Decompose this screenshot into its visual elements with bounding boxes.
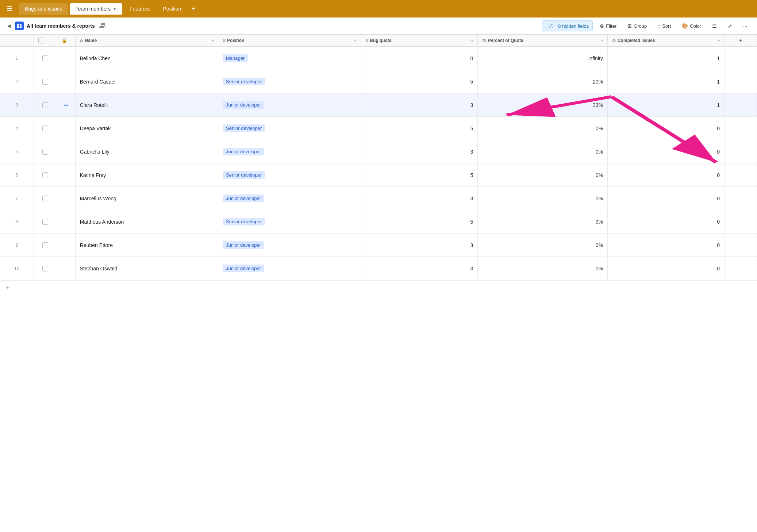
group-label: Group [634, 23, 647, 29]
hidden-fields-button[interactable]: 〈/〉 8 hidden fields [542, 20, 593, 31]
cell-position: Junior developer [218, 187, 361, 210]
cell-expand[interactable] [57, 234, 75, 257]
col-header-rownum [0, 35, 34, 47]
cell-rownum: 1 [0, 47, 34, 70]
col-header-lock: 🔒 [57, 35, 75, 47]
row-checkbox[interactable] [42, 219, 48, 225]
row-checkbox[interactable] [42, 126, 48, 131]
cell-quota: 3 [361, 257, 478, 280]
add-row-button[interactable]: + [0, 280, 757, 296]
cell-add [725, 187, 757, 210]
cell-quota: 3 [361, 234, 478, 257]
row-height-icon: ☰ [712, 23, 717, 29]
hamburger-icon[interactable]: ☰ [4, 3, 15, 15]
table-row: 7 Marcellus Wong Junior developer 3 0% 0 [0, 187, 757, 210]
cell-percent: 0% [478, 117, 608, 140]
position-badge: Junior developer [223, 241, 264, 249]
cell-expand[interactable] [57, 187, 75, 210]
cell-checkbox[interactable] [34, 70, 57, 93]
cell-checkbox[interactable] [34, 163, 57, 187]
filter-button[interactable]: ⊜ Filter [596, 21, 620, 31]
nav-tab-position[interactable]: Position [157, 3, 187, 15]
cell-position: Junior developer [218, 234, 361, 257]
col-header-checkbox[interactable] [34, 35, 57, 47]
cell-expand[interactable] [57, 117, 75, 140]
table-wrapper: 🔒 A Name ▾ ≡ Position ▾ [0, 35, 757, 296]
cell-checkbox[interactable] [34, 257, 57, 280]
cell-expand[interactable] [57, 210, 75, 234]
row-checkbox[interactable] [42, 196, 48, 201]
row-checkbox[interactable] [42, 266, 48, 271]
cell-checkbox[interactable] [34, 187, 57, 210]
cell-completed: 0 [607, 234, 724, 257]
cell-rownum: 5 [0, 140, 34, 163]
cell-checkbox[interactable] [34, 234, 57, 257]
cell-add [725, 257, 757, 280]
col-header-percent[interactable]: fx Percent of Quota ▾ [478, 35, 608, 47]
col-header-completed[interactable]: ⊙ Completed issues ▾ [607, 35, 724, 47]
team-tab-dropdown-icon: ▼ [113, 7, 116, 11]
cell-quota: 5 [361, 163, 478, 187]
cell-name: Marcellus Wong [75, 187, 218, 210]
position-col-sort-icon: ▾ [354, 39, 356, 43]
cell-name: Katina Frey [75, 163, 218, 187]
group-button[interactable]: ⊞ Group [623, 21, 651, 31]
cell-checkbox[interactable] [34, 93, 57, 117]
cell-checkbox[interactable] [34, 140, 57, 163]
cell-name: Deepa Vartak [75, 117, 218, 140]
cell-percent: 0% [478, 140, 608, 163]
cell-expand[interactable]: ⇔ [57, 93, 75, 117]
color-button[interactable]: 🎨 Color [678, 21, 705, 31]
row-checkbox[interactable] [42, 149, 48, 155]
cell-rownum: 7 [0, 187, 34, 210]
cell-expand[interactable] [57, 257, 75, 280]
cell-expand[interactable] [57, 47, 75, 70]
expand-icon[interactable]: ⇔ [64, 102, 68, 108]
nav-tab-team[interactable]: Team members ▼ [70, 3, 122, 15]
cell-expand[interactable] [57, 70, 75, 93]
filter-icon: ⊜ [600, 23, 604, 29]
cell-completed: 1 [607, 70, 724, 93]
position-badge: Senior developer [223, 218, 265, 225]
cell-expand[interactable] [57, 163, 75, 187]
top-nav: ☰ Bugs and issues Team members ▼ Feature… [0, 0, 757, 18]
nav-tab-features[interactable]: Features [124, 3, 155, 15]
position-badge: Junior developer [223, 265, 264, 272]
select-all-checkbox[interactable] [38, 38, 44, 43]
add-tab-button[interactable]: + [188, 4, 198, 14]
cell-checkbox[interactable] [34, 117, 57, 140]
nav-tab-team-label: Team members [76, 6, 111, 12]
percent-col-label: Percent of Quota [488, 38, 599, 43]
sort-label: Sort [662, 23, 671, 29]
cell-name: Belinda Chen [75, 47, 218, 70]
svg-point-5 [103, 23, 105, 25]
cell-checkbox[interactable] [34, 47, 57, 70]
name-col-icon: A [80, 38, 83, 43]
col-header-name[interactable]: A Name ▾ [75, 35, 218, 47]
row-checkbox[interactable] [42, 242, 48, 248]
table-row: 8 Mattheus Anderson Senior developer 5 0… [0, 210, 757, 234]
row-checkbox[interactable] [42, 102, 48, 108]
nav-tab-bugs[interactable]: Bugs and issues [19, 3, 68, 15]
svg-rect-0 [17, 24, 19, 26]
svg-rect-1 [20, 24, 22, 26]
cell-checkbox[interactable] [34, 210, 57, 234]
row-checkbox[interactable] [42, 79, 48, 85]
completed-col-sort-icon: ▾ [718, 39, 720, 43]
add-column-button[interactable]: + [725, 35, 757, 47]
position-badge: Junior developer [223, 101, 264, 109]
fullscreen-button[interactable]: ⤢ [724, 21, 736, 31]
lock-icon: 🔒 [62, 38, 67, 43]
col-header-quota[interactable]: ≡ Bug quota ▾ [361, 35, 478, 47]
sort-button[interactable]: ↕ Sort [654, 21, 675, 31]
row-checkbox[interactable] [42, 172, 48, 178]
row-checkbox[interactable] [42, 55, 48, 61]
collapse-sidebar-button[interactable]: ◀ [6, 22, 12, 30]
col-header-position[interactable]: ≡ Position ▾ [218, 35, 361, 47]
view-label[interactable]: All team members & reports [27, 23, 95, 29]
more-options-button[interactable]: ··· [739, 21, 751, 31]
cell-quota: 3 [361, 140, 478, 163]
people-icon[interactable] [98, 21, 108, 31]
cell-expand[interactable] [57, 140, 75, 163]
row-height-button[interactable]: ☰ [708, 21, 721, 31]
